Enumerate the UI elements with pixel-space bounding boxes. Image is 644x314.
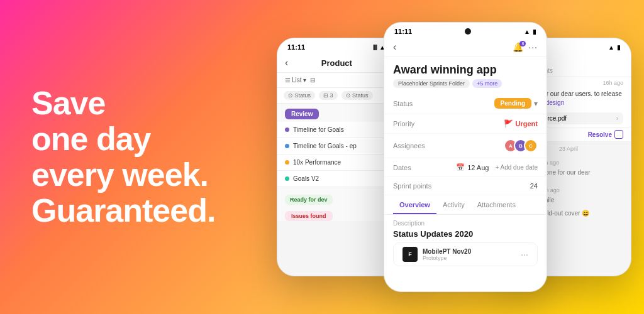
count-filter[interactable]: ⊟ 3 xyxy=(319,91,338,100)
status-bar-right: ▲ ▮ xyxy=(608,44,621,51)
tab-attachments[interactable]: Attachments xyxy=(471,197,522,214)
task-name-4: Goals V2 xyxy=(293,175,319,182)
notification-bell-icon[interactable]: 🔔8 xyxy=(513,42,523,52)
tag-review: Review xyxy=(285,109,319,119)
task-dot-3 xyxy=(285,160,289,165)
phones-container: 11:11 |||| ▲ ▮ Product ☰ List ▾ ⊟ xyxy=(264,0,644,314)
task-name-3: 10x Performance xyxy=(293,159,341,166)
back-chevron-left[interactable] xyxy=(285,57,288,68)
description-label: Description xyxy=(384,215,547,228)
hero-headline: Save one day every week. Guaranteed. xyxy=(31,85,215,229)
center-notch xyxy=(465,28,471,35)
list-icon: ☰ xyxy=(285,77,291,84)
hero-line4: Guaranteed. xyxy=(31,192,215,229)
status-label: Status xyxy=(393,100,413,107)
battery-icon-right: ▮ xyxy=(617,44,621,51)
status-filter[interactable]: ⊙ Status xyxy=(284,91,315,100)
more-label: +5 more xyxy=(477,80,497,87)
hero-section: Save one day every week. Guaranteed. xyxy=(0,0,264,314)
hero-line1: Save xyxy=(31,85,105,121)
priority-text: Urgent xyxy=(516,120,538,127)
priority-row: Priority 🚩 Urgent xyxy=(384,114,547,134)
dates-row: Dates 📅 12 Aug + Add due date xyxy=(384,158,547,177)
tag-issues-found: Issues found xyxy=(285,211,333,221)
calendar-icon: 📅 xyxy=(456,163,465,171)
wifi-icon-right: ▲ xyxy=(608,44,614,51)
priority-value: 🚩 Urgent xyxy=(504,119,538,128)
status-chevron-down[interactable]: ▾ xyxy=(534,99,538,108)
status-bar-center: ▲ ▮ xyxy=(524,28,536,35)
more-chip[interactable]: +5 more xyxy=(472,79,502,88)
wifi-icon-center: ▲ xyxy=(524,28,530,35)
task-name-1: Timeline for Goals xyxy=(293,126,344,133)
section-title: Status Updates 2020 xyxy=(384,228,547,242)
tag-ready-for-dev: Ready for dev xyxy=(285,195,333,205)
prototype-dots[interactable]: ··· xyxy=(521,249,528,259)
signal-icon: |||| xyxy=(373,44,377,50)
task-name-2: Timeline for Goals - ep xyxy=(293,143,357,149)
add-due-date[interactable]: + Add due date xyxy=(495,164,538,171)
sprint-label: Sprint points xyxy=(393,182,431,190)
phone-center: 11:11 ▲ ▮ 🔔8 Award winning app Placehold… xyxy=(384,22,547,292)
sprint-value: 24 xyxy=(530,182,538,190)
prototype-type: Prototype xyxy=(423,255,471,261)
status-row: Status Pending ▾ xyxy=(384,93,547,114)
file-chevron: › xyxy=(616,115,618,122)
priority-label: Priority xyxy=(393,120,414,127)
battery-icon-center: ▮ xyxy=(533,28,536,35)
chevron-down-icon: ▾ xyxy=(303,77,306,84)
avatars: A B C xyxy=(504,139,538,153)
dates-label: Dates xyxy=(393,164,411,171)
status-filter2[interactable]: ⊙ Status xyxy=(341,91,373,100)
breadcrumb-row: Placeholder Sprints Folder +5 more xyxy=(384,79,547,93)
hero-line3: every week. xyxy=(31,156,208,193)
app-title: Award winning app xyxy=(384,57,547,79)
task-dot-4 xyxy=(285,176,289,181)
assignees-row: Assignees A B C xyxy=(384,134,547,158)
resolve-button[interactable]: Resolve xyxy=(588,131,612,138)
filter-icon: ⊟ xyxy=(310,77,315,84)
left-nav-title: Product xyxy=(321,58,352,68)
center-dots-icon[interactable] xyxy=(528,41,538,53)
phone-center-header: 11:11 ▲ ▮ xyxy=(384,23,547,38)
dates-value: 📅 12 Aug + Add due date xyxy=(456,163,538,171)
list-view-btn[interactable]: ☰ List ▾ xyxy=(285,77,306,84)
prototype-info: MobilePT Nov20 Prototype xyxy=(423,248,471,261)
assignees-label: Assignees xyxy=(393,142,425,149)
tab-overview[interactable]: Overview xyxy=(393,197,436,214)
tab-activity[interactable]: Activity xyxy=(436,197,471,214)
sprint-row: Sprint points 24 xyxy=(384,177,547,195)
prototype-name: MobilePT Nov20 xyxy=(423,248,471,255)
breadcrumb-label: Placeholder Sprints Folder xyxy=(398,80,465,87)
task-dot-1 xyxy=(285,127,289,132)
center-nav-bar: 🔔8 xyxy=(384,38,547,57)
prototype-row[interactable]: F MobilePT Nov20 Prototype ··· xyxy=(393,242,538,266)
status-badge[interactable]: Pending xyxy=(494,98,531,109)
flag-icon: 🚩 xyxy=(504,119,513,128)
avatar-3: C xyxy=(524,139,538,153)
filter-btn[interactable]: ⊟ xyxy=(310,77,315,84)
figma-icon: F xyxy=(402,247,418,262)
tabs-row: Overview Activity Attachments xyxy=(384,197,547,215)
breadcrumb-chip[interactable]: Placeholder Sprints Folder xyxy=(393,79,470,88)
phone-center-time: 11:11 xyxy=(394,28,412,35)
resolve-checkbox[interactable] xyxy=(614,130,623,139)
back-chevron-center[interactable] xyxy=(393,41,396,53)
phone-left-time: 11:11 xyxy=(287,43,305,51)
task-dot-2 xyxy=(285,144,289,148)
hero-line2: one day xyxy=(31,121,151,157)
